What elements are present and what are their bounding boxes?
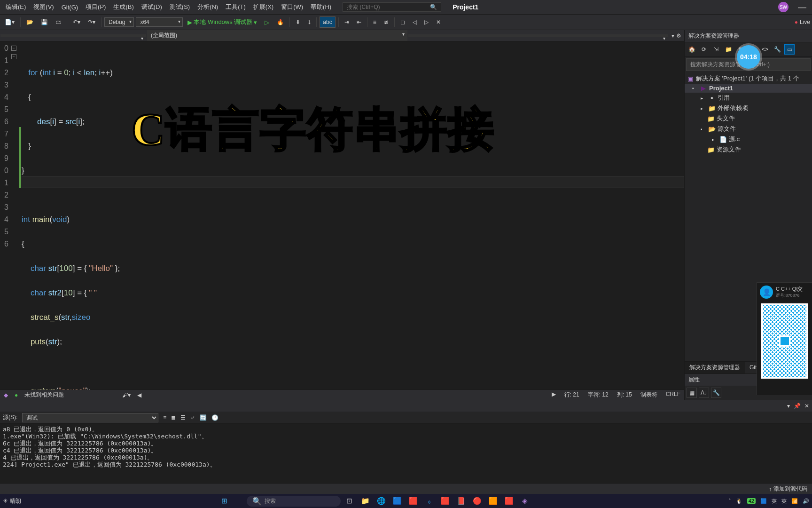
scroll-left-icon[interactable]: ◀ bbox=[137, 392, 141, 398]
panel-pin-icon[interactable]: 📌 bbox=[794, 403, 801, 409]
step-over-button[interactable]: ⤵ bbox=[305, 17, 313, 27]
task-view-icon[interactable]: ⊡ bbox=[342, 495, 357, 507]
out-indent3-icon[interactable]: ☰ bbox=[180, 414, 186, 421]
menu-tools[interactable]: 工具(T) bbox=[222, 1, 250, 13]
platform-select[interactable]: x64 bbox=[136, 17, 183, 27]
weather-widget[interactable]: ☀ 晴朗 bbox=[3, 497, 21, 505]
nav-member-drop[interactable] bbox=[408, 34, 669, 37]
user-avatar[interactable]: SW bbox=[778, 2, 789, 12]
out-clock-icon[interactable]: 🕐 bbox=[211, 414, 219, 421]
taskbar-search[interactable]: 🔍搜索 bbox=[247, 496, 341, 507]
bookmark-prev-icon[interactable]: ◁ bbox=[410, 17, 420, 27]
out-wrap-icon[interactable]: ⤶ bbox=[190, 414, 195, 421]
project-name[interactable]: Project1 bbox=[453, 3, 478, 11]
output-text[interactable]: a8 已退出，返回值为 0 (0x0)。 1.exe"(Win32): 已加载 … bbox=[0, 424, 812, 483]
open-button[interactable]: 📂 bbox=[23, 17, 36, 27]
health-icon[interactable]: ◆ bbox=[4, 392, 8, 398]
code-editor[interactable]: 01234567890123456 −− for (int i = 0; i <… bbox=[0, 41, 684, 389]
vscode-icon[interactable]: ⬨ bbox=[422, 495, 437, 507]
code-content[interactable]: for (int i = 0; i < len; i++) { des[i] =… bbox=[22, 41, 684, 389]
menu-analyze[interactable]: 分析(N) bbox=[194, 1, 222, 13]
panel-close-icon[interactable]: ✕ bbox=[804, 403, 809, 409]
category-icon[interactable]: ▦ bbox=[687, 388, 697, 398]
live-share[interactable]: ●Live bbox=[795, 19, 810, 25]
ime-2[interactable]: 英 bbox=[781, 498, 787, 505]
menu-help[interactable]: 帮助(H) bbox=[307, 1, 335, 13]
outdent-button[interactable]: ⇤ bbox=[354, 17, 364, 27]
scroll-right-icon[interactable]: ▶ bbox=[552, 391, 556, 399]
code-icon[interactable]: <> bbox=[760, 44, 770, 55]
network-icon[interactable]: 📶 bbox=[791, 498, 798, 504]
solution-node[interactable]: ▣解决方案 'Project1' (1 个项目，共 1 个 bbox=[685, 73, 812, 84]
search-input[interactable] bbox=[347, 4, 430, 10]
redo-button[interactable]: ↷▾ bbox=[85, 17, 98, 27]
out-indent-icon[interactable]: ≡ bbox=[163, 414, 166, 421]
config-select[interactable]: Debug bbox=[104, 17, 134, 27]
wrench-icon[interactable]: 🔧 bbox=[772, 44, 782, 55]
system-tray[interactable]: ˄ 🐧 42 🟦 英 英 📶 🔊 bbox=[728, 498, 809, 505]
prop-wrench-icon[interactable]: 🔧 bbox=[711, 388, 721, 398]
tab-solution-explorer[interactable]: 解决方案资源管理器 bbox=[685, 362, 745, 373]
bookmark-clear-icon[interactable]: ✕ bbox=[433, 17, 444, 27]
menu-build[interactable]: 生成(B) bbox=[109, 1, 137, 13]
explorer-icon[interactable]: 📁 bbox=[358, 495, 373, 507]
app-icon-3[interactable]: 🟥 bbox=[437, 495, 453, 507]
app-icon-5[interactable]: 🔴 bbox=[469, 495, 484, 507]
start-nodebug-button[interactable]: ▷ bbox=[262, 17, 272, 28]
view-icon[interactable]: ▭ bbox=[784, 44, 795, 55]
collapse-icon[interactable]: ⇲ bbox=[711, 44, 721, 55]
quick-search[interactable]: 🔍 bbox=[343, 2, 441, 12]
undo-button[interactable]: ↶▾ bbox=[70, 17, 83, 27]
bookmark-icon[interactable]: ◻ bbox=[398, 17, 408, 27]
project-node[interactable]: ▪▶Project1 bbox=[685, 84, 812, 93]
source-file-node[interactable]: ▸📄源.c bbox=[685, 134, 812, 144]
out-clear-icon[interactable]: 🔄 bbox=[200, 414, 207, 421]
menu-view[interactable]: 视图(V) bbox=[30, 1, 57, 13]
external-deps-node[interactable]: ▸📁外部依赖项 bbox=[685, 103, 812, 113]
bookmark-next-icon[interactable]: ▷ bbox=[422, 17, 431, 27]
tray-up-icon[interactable]: ˄ bbox=[728, 498, 731, 504]
source-files-node[interactable]: ▪📂源文件 bbox=[685, 124, 812, 134]
uncomment-button[interactable]: ≢ bbox=[381, 17, 391, 27]
header-files-node[interactable]: 📁头文件 bbox=[685, 113, 812, 124]
fold-gutter[interactable]: −− bbox=[8, 41, 19, 389]
hot-reload-icon[interactable]: 🔥 bbox=[274, 17, 287, 27]
app-icon-7[interactable]: 🟥 bbox=[501, 495, 516, 507]
menu-test[interactable]: 测试(S) bbox=[166, 1, 194, 13]
status-eol[interactable]: CRLF bbox=[666, 391, 680, 399]
start-button[interactable]: ⊞ bbox=[217, 495, 232, 507]
abc-toggle[interactable]: abc bbox=[320, 16, 335, 28]
sync-icon[interactable]: ⟳ bbox=[699, 44, 709, 55]
home-icon[interactable]: 🏠 bbox=[687, 44, 697, 55]
save-button[interactable]: 💾 bbox=[38, 17, 51, 27]
volume-icon[interactable]: 🔊 bbox=[803, 498, 809, 504]
menu-window[interactable]: 窗口(W) bbox=[277, 1, 307, 13]
nav-split-icon[interactable]: ▾ bbox=[671, 32, 674, 39]
menu-extensions[interactable]: 扩展(X) bbox=[250, 1, 277, 13]
panel-dropdown-icon[interactable]: ▾ bbox=[787, 403, 790, 409]
edge-icon[interactable]: 🌐 bbox=[374, 495, 389, 507]
nav-gear-icon[interactable]: ⚙ bbox=[676, 32, 681, 39]
comment-button[interactable]: ≡ bbox=[370, 17, 379, 27]
start-debug-button[interactable]: ▶ 本地 Windows 调试器 ▾ bbox=[185, 16, 260, 28]
menu-debug[interactable]: 调试(D) bbox=[138, 1, 166, 13]
menu-git[interactable]: Git(G) bbox=[58, 2, 82, 13]
ime-1[interactable]: 英 bbox=[772, 498, 777, 505]
references-node[interactable]: ▸▫️引用 bbox=[685, 93, 812, 103]
minimize-button[interactable]: — bbox=[794, 2, 810, 12]
step-button[interactable]: ⬇ bbox=[293, 17, 303, 27]
menu-project[interactable]: 项目(P) bbox=[82, 1, 109, 13]
indent-button[interactable]: ⇥ bbox=[342, 17, 352, 27]
app-icon-1[interactable]: 🟦 bbox=[390, 495, 405, 507]
app-icon-4[interactable]: 📕 bbox=[453, 495, 468, 507]
app-icon-2[interactable]: 🟥 bbox=[406, 495, 421, 507]
save-all-button[interactable]: 🗃 bbox=[53, 17, 64, 27]
tray-badge[interactable]: 42 bbox=[747, 498, 756, 504]
resource-files-node[interactable]: 📁资源文件 bbox=[685, 144, 812, 155]
alpha-icon[interactable]: A↓ bbox=[699, 388, 709, 398]
add-to-source-control[interactable]: ↑ 添加到源代码 bbox=[769, 485, 807, 493]
vs-icon[interactable]: ◈ bbox=[517, 495, 532, 507]
output-source-select[interactable]: 调试 bbox=[22, 413, 158, 422]
app-icon-6[interactable]: 🟧 bbox=[485, 495, 500, 507]
menu-edit[interactable]: 编辑(E) bbox=[2, 1, 30, 13]
